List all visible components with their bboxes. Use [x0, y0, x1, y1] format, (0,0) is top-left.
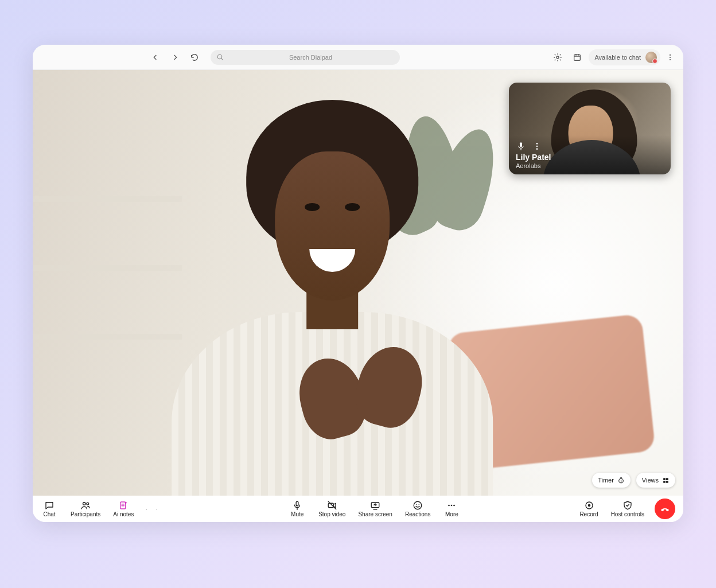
- arrow-right-icon: [170, 53, 180, 62]
- presence-status-chip[interactable]: Available to chat: [589, 49, 660, 65]
- record-label: Record: [579, 512, 598, 517]
- more-vertical-icon: [666, 53, 674, 61]
- video-off-icon: [327, 500, 337, 511]
- main-video-area: Lily Patel Aerolabs Timer Views: [33, 70, 683, 496]
- settings-button[interactable]: [550, 49, 566, 65]
- top-bar: Available to chat: [33, 45, 683, 70]
- search-field[interactable]: [211, 50, 400, 65]
- more-vertical-icon: [532, 142, 542, 151]
- ai-notes-icon: [118, 500, 129, 511]
- svg-rect-10: [663, 478, 666, 480]
- presence-status-label: Available to chat: [594, 54, 641, 61]
- timer-button[interactable]: Timer: [592, 473, 631, 488]
- stop-video-label: Stop video: [318, 512, 345, 517]
- video-overlay-controls: Timer Views: [592, 473, 675, 488]
- svg-point-20: [414, 501, 422, 509]
- shield-check-icon: [622, 500, 633, 511]
- record-icon: [584, 500, 594, 511]
- svg-point-6: [536, 143, 538, 145]
- nav-back-button[interactable]: [147, 49, 164, 65]
- chat-label: Chat: [43, 512, 55, 517]
- participants-label: Participants: [71, 512, 100, 517]
- end-call-button[interactable]: [655, 499, 675, 519]
- participants-icon: [80, 500, 91, 511]
- arrow-left-icon: [151, 53, 160, 62]
- calendar-icon: [573, 53, 582, 62]
- mute-label: Mute: [291, 512, 303, 517]
- stopwatch-icon: [617, 477, 625, 484]
- nav-forward-button[interactable]: [167, 49, 183, 65]
- chat-icon: [44, 500, 55, 511]
- participants-button[interactable]: Participants: [71, 500, 100, 517]
- participant-name: Lily Patel: [516, 153, 664, 162]
- toolbar-center-group: Mute Stop video Share screen Reactions M…: [289, 500, 460, 517]
- participant-more-button[interactable]: [532, 141, 542, 151]
- svg-point-5: [670, 59, 671, 60]
- reactions-label: Reactions: [405, 512, 430, 517]
- svg-point-7: [536, 146, 538, 147]
- app-window: Available to chat: [33, 45, 683, 522]
- svg-point-14: [83, 503, 86, 505]
- more-label: More: [445, 512, 458, 517]
- timer-label: Timer: [598, 477, 614, 484]
- svg-point-21: [449, 505, 450, 507]
- svg-rect-13: [666, 481, 668, 483]
- svg-point-4: [670, 56, 671, 57]
- share-screen-icon: [370, 500, 380, 511]
- svg-point-8: [536, 148, 538, 150]
- microphone-icon: [516, 142, 526, 151]
- toolbar-right-group: Record Host controls: [579, 500, 644, 517]
- svg-point-25: [587, 504, 590, 507]
- primary-participant-video: [172, 83, 493, 496]
- user-avatar: [645, 52, 657, 63]
- svg-rect-11: [666, 478, 668, 480]
- call-toolbar: Chat Participants Ai notes ·· Mute Stop …: [33, 496, 683, 522]
- svg-point-1: [557, 56, 559, 59]
- svg-rect-2: [574, 54, 581, 60]
- svg-point-3: [670, 54, 671, 55]
- reload-icon: [190, 53, 199, 62]
- svg-point-22: [451, 505, 453, 507]
- participant-overlay: Lily Patel Aerolabs: [509, 135, 671, 174]
- search-icon: [216, 53, 224, 61]
- host-controls-button[interactable]: Host controls: [611, 500, 644, 517]
- share-screen-label: Share screen: [358, 512, 392, 517]
- reactions-button[interactable]: Reactions: [405, 500, 430, 517]
- toolbar-divider: ··: [134, 504, 169, 513]
- participant-tile[interactable]: Lily Patel Aerolabs: [509, 83, 671, 174]
- svg-rect-16: [120, 502, 126, 509]
- record-button[interactable]: Record: [579, 500, 598, 517]
- ai-notes-label: Ai notes: [113, 512, 134, 517]
- grid-icon: [662, 477, 670, 484]
- more-button[interactable]: More: [443, 500, 460, 517]
- views-label: Views: [642, 477, 659, 484]
- microphone-icon: [292, 500, 302, 511]
- calendar-button[interactable]: [569, 49, 585, 65]
- participant-mute-button[interactable]: [516, 141, 526, 151]
- host-controls-label: Host controls: [611, 512, 644, 517]
- mute-button[interactable]: Mute: [289, 500, 306, 517]
- more-horizontal-icon: [446, 500, 457, 511]
- stop-video-button[interactable]: Stop video: [318, 500, 345, 517]
- ai-notes-button[interactable]: Ai notes: [113, 500, 134, 517]
- svg-rect-12: [663, 481, 666, 483]
- svg-point-23: [454, 505, 456, 507]
- phone-hangup-icon: [660, 504, 670, 514]
- gear-icon: [553, 53, 562, 62]
- svg-point-0: [217, 54, 222, 59]
- search-input[interactable]: [227, 54, 394, 61]
- chat-button[interactable]: Chat: [41, 500, 58, 517]
- topbar-more-button[interactable]: [664, 53, 676, 61]
- views-button[interactable]: Views: [636, 473, 675, 488]
- reload-button[interactable]: [186, 49, 203, 65]
- toolbar-left-group: Chat Participants Ai notes: [41, 500, 134, 517]
- svg-rect-17: [296, 501, 298, 506]
- share-screen-button[interactable]: Share screen: [358, 500, 392, 517]
- participant-org: Aerolabs: [516, 162, 664, 170]
- smile-icon: [413, 500, 423, 511]
- svg-point-15: [87, 503, 89, 505]
